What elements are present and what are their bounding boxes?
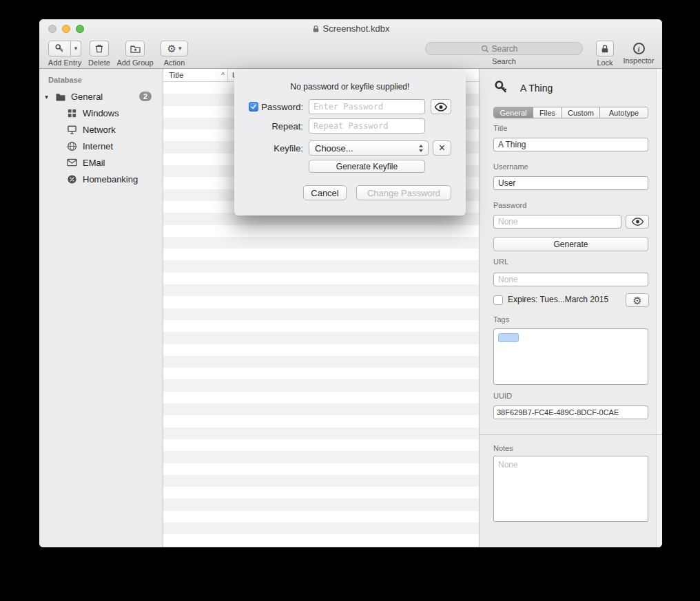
tags-box[interactable]	[493, 328, 648, 385]
network-icon	[67, 125, 77, 135]
lock-icon	[601, 44, 609, 54]
inspector-panel: A Thing General Files Custom Autotype Ti…	[479, 69, 662, 547]
search-label: Search	[492, 57, 516, 65]
delete-item: Delete	[86, 38, 112, 67]
search-item: Search	[425, 38, 583, 65]
group-label: General	[71, 92, 103, 102]
eye-icon	[631, 218, 644, 226]
sidebar-item-label: Internet	[83, 141, 113, 151]
sidebar-item-label: Network	[83, 125, 116, 135]
sidebar-item-label: EMail	[83, 158, 105, 168]
add-entry-button[interactable]: ▾	[48, 41, 81, 56]
entry-header: A Thing	[493, 80, 553, 96]
sidebar-item-homebanking[interactable]: Homebanking	[39, 171, 163, 187]
add-group-label: Add Group	[116, 59, 153, 67]
sidebar-item-email[interactable]: EMail	[39, 154, 163, 171]
desktop: Screenshot.kdbx ▾	[0, 0, 700, 601]
sort-asc-icon: ^	[221, 72, 225, 79]
sidebar-group-general[interactable]: ▾ General 2	[39, 88, 163, 105]
group-badge: 2	[139, 92, 152, 101]
sidebar-item-label: Homebanking	[83, 174, 138, 184]
password-label: Password	[493, 201, 526, 209]
expires-settings-button[interactable]: ⚙	[626, 293, 649, 307]
notes-label: Notes	[493, 444, 513, 452]
generate-keyfile-button[interactable]: Generate Keyfile	[309, 160, 425, 173]
delete-button[interactable]	[90, 41, 109, 56]
homebanking-icon	[67, 174, 77, 184]
expires-checkbox[interactable]	[493, 295, 503, 305]
search-input[interactable]	[492, 44, 528, 54]
change-password-button[interactable]: Change Password	[356, 185, 451, 200]
info-icon[interactable]: i	[633, 43, 645, 54]
repeat-input[interactable]	[309, 118, 425, 134]
column-title[interactable]: Title ^	[163, 69, 227, 81]
password-checkbox[interactable]	[249, 102, 258, 112]
generate-button[interactable]: Generate	[493, 237, 648, 251]
username-input[interactable]	[493, 176, 648, 190]
inspector-scrollbar[interactable]	[656, 69, 662, 547]
chevron-down-icon: ▾	[74, 45, 78, 52]
reveal-password-button[interactable]	[626, 215, 649, 229]
lock-button[interactable]	[596, 41, 614, 56]
document-lock-icon	[312, 25, 320, 33]
url-input[interactable]	[493, 273, 648, 286]
tab-custom[interactable]: Custom	[562, 107, 600, 118]
add-entry-dropdown[interactable]: ▾	[70, 41, 81, 56]
clear-keyfile-button[interactable]: ×	[433, 140, 451, 156]
dialog-message: No password or keyfile supplied!	[234, 82, 466, 92]
eye-icon	[434, 103, 448, 112]
expires-label: Expires: Tues...March 2015	[508, 295, 608, 304]
trash-icon	[94, 43, 104, 54]
search-field[interactable]	[425, 42, 583, 55]
keyfile-dropdown[interactable]: Choose...	[309, 140, 429, 156]
action-label: Action	[164, 59, 185, 67]
tab-files[interactable]: Files	[533, 107, 562, 118]
globe-icon	[67, 141, 77, 151]
gear-icon: ⚙	[632, 295, 641, 306]
add-entry-item: ▾ Add Entry	[45, 38, 85, 67]
title-input[interactable]	[493, 138, 648, 151]
password-label: Password:	[259, 102, 303, 112]
gear-icon: ⚙	[167, 43, 176, 54]
cancel-button[interactable]: Cancel	[303, 185, 347, 200]
notes-input[interactable]	[493, 456, 648, 522]
uuid-input[interactable]	[493, 405, 648, 419]
entry-title: A Thing	[520, 83, 553, 94]
tags-label: Tags	[493, 315, 509, 324]
password-input[interactable]	[309, 99, 425, 114]
delete-label: Delete	[88, 59, 110, 67]
password-sheet: No password or keyfile supplied! Passwor…	[234, 69, 466, 215]
username-label: Username	[493, 162, 528, 171]
tab-general[interactable]: General	[494, 107, 533, 118]
section-divider	[480, 434, 662, 435]
tag-chip[interactable]	[498, 333, 519, 342]
inspector-tabs: General Files Custom Autotype	[493, 107, 648, 118]
key-icon	[49, 41, 70, 56]
title-label: Title	[493, 124, 507, 132]
tab-autotype[interactable]: Autotype	[600, 107, 648, 118]
url-label: URL	[493, 257, 508, 266]
toolbar: ▾ Add Entry Delete	[39, 38, 662, 69]
add-group-item: Add Group	[114, 38, 156, 67]
lock-item: Lock	[593, 38, 617, 67]
sidebar-item-network[interactable]: Network	[39, 121, 163, 138]
add-group-button[interactable]	[125, 41, 145, 56]
add-entry-label: Add Entry	[48, 59, 81, 67]
password-input[interactable]	[493, 215, 621, 229]
email-icon	[67, 158, 77, 167]
chevron-down-icon: ▾	[178, 45, 182, 52]
sidebar: Database ▾ General 2 Windows	[39, 69, 163, 547]
sidebar-item-windows[interactable]: Windows	[39, 105, 163, 121]
search-icon	[481, 45, 489, 53]
check-icon	[250, 103, 257, 110]
entry-key-icon	[493, 80, 509, 96]
sidebar-item-internet[interactable]: Internet	[39, 138, 163, 154]
action-button[interactable]: ⚙ ▾	[161, 41, 188, 56]
sidebar-item-label: Windows	[83, 108, 119, 118]
disclosure-open-icon[interactable]: ▾	[45, 93, 54, 101]
reveal-password-button[interactable]	[431, 99, 451, 114]
windows-icon	[67, 108, 77, 118]
uuid-label: UUID	[493, 392, 512, 400]
window-title: Screenshot.kdbx	[323, 23, 390, 34]
app-window: Screenshot.kdbx ▾	[39, 19, 662, 547]
